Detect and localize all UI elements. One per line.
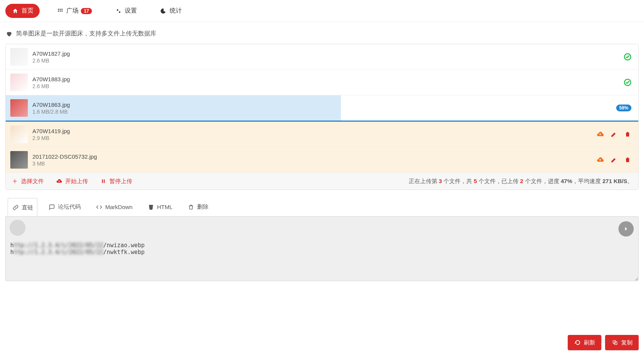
status-text: 个文件，进度: [523, 178, 560, 184]
edit-icon[interactable]: [610, 130, 618, 138]
plus-icon: [11, 177, 19, 185]
svg-rect-3: [58, 10, 59, 11]
tab-markdown-label: MarkDown: [105, 204, 133, 210]
file-thumbnail: [10, 48, 28, 66]
nav-home-label: 首页: [21, 7, 34, 15]
status-speed: 271 KB/S: [602, 178, 627, 184]
status-text: 。: [627, 178, 633, 184]
upload-panel: A70W1827.jpg 2.6 MB A70W1883.jpg 2.6 MB …: [5, 44, 639, 190]
file-info: A70W1883.jpg 2.6 MB: [32, 76, 624, 89]
trash-icon: [187, 203, 195, 211]
file-info: A70W1863.jpg 1.6 MB/2.8 MB: [32, 101, 616, 115]
upload-status: 正在上传第 3 个文件，共 5 个文件，已上传 2 个文件，进度 47%，平均速…: [409, 178, 633, 185]
edit-icon[interactable]: [610, 156, 618, 164]
chart-pie-icon: [160, 7, 167, 15]
nav-home[interactable]: 首页: [5, 4, 40, 18]
svg-rect-11: [104, 179, 104, 183]
cloud-upload-icon[interactable]: [596, 156, 604, 164]
html5-icon: [147, 203, 155, 211]
file-name: A70W1863.jpg: [32, 101, 616, 108]
file-item: A70W1419.jpg 2.9 MB: [6, 122, 638, 147]
status-progress: 47%: [561, 178, 572, 184]
file-item: A70W1827.jpg 2.6 MB: [6, 44, 638, 70]
tagline-text: 简单图床是一款开源图床，支持多文件上传无数据库: [16, 30, 156, 38]
tab-forum[interactable]: 论坛代码: [44, 198, 85, 216]
nav-plaza[interactable]: 广场 17: [50, 4, 98, 18]
status-text: 个文件，共: [442, 178, 474, 184]
nav-settings-label: 设置: [125, 7, 137, 15]
file-size: 2.6 MB: [32, 58, 624, 64]
file-thumbnail: [10, 99, 28, 117]
file-thumbnail: [10, 151, 28, 169]
tab-delete[interactable]: 删除: [183, 198, 212, 216]
tab-direct[interactable]: 直链: [8, 198, 37, 217]
code-icon: [95, 203, 103, 211]
file-size: 2.6 MB: [32, 83, 624, 89]
home-icon: [11, 7, 19, 15]
file-info: A70W1419.jpg 2.9 MB: [32, 128, 596, 141]
file-actions: [624, 79, 634, 86]
svg-rect-10: [102, 179, 103, 183]
file-info: A70W1827.jpg 2.6 MB: [32, 50, 624, 64]
file-item: 20171022-DSC05732.jpg 3 MB: [6, 147, 638, 173]
tagline: 简单图床是一款开源图床，支持多文件上传无数据库: [0, 22, 644, 44]
cloud-upload-icon: [55, 177, 63, 185]
svg-rect-5: [61, 10, 63, 11]
upload-footer: 选择文件 开始上传 暂停上传 正在上传第 3 个文件，共 5 个文件，已上传 2…: [6, 173, 638, 190]
status-text: 正在上传第: [409, 178, 439, 184]
file-name: A70W1419.jpg: [32, 128, 596, 134]
links-area: 直链 论坛代码 MarkDown HTML 删除 http://1.2.3.4/…: [5, 198, 639, 281]
pause-upload-button[interactable]: 暂停上传: [100, 177, 132, 185]
tab-markdown[interactable]: MarkDown: [92, 198, 137, 216]
cloud-upload-icon[interactable]: [596, 130, 604, 138]
pause-icon: [100, 177, 107, 185]
select-files-label: 选择文件: [21, 178, 44, 185]
file-actions: [624, 53, 634, 61]
trash-icon[interactable]: [624, 156, 631, 164]
svg-rect-4: [60, 10, 61, 11]
grid-icon: [56, 7, 64, 15]
nav-plaza-badge: 17: [81, 8, 92, 14]
status-text: 个文件，已上传: [477, 178, 520, 184]
status-text: ，平均速度: [572, 178, 602, 184]
file-name: A70W1883.jpg: [32, 76, 624, 82]
scroll-right-button[interactable]: [618, 221, 634, 237]
file-actions: 58%: [616, 105, 634, 111]
gears-icon: [115, 7, 122, 15]
check-circle-icon: [624, 79, 631, 86]
trash-icon[interactable]: [624, 130, 631, 138]
tab-delete-label: 删除: [197, 203, 209, 211]
tab-html[interactable]: HTML: [143, 198, 177, 216]
links-textarea[interactable]: http://1.2.3.4/i/2022/05/22/nwizao.webph…: [5, 216, 639, 281]
file-item: A70W1863.jpg 1.6 MB/2.8 MB 58%: [6, 95, 638, 122]
status-total: 5: [474, 178, 477, 184]
file-actions: [596, 156, 634, 164]
svg-point-6: [117, 9, 119, 11]
file-item: A70W1883.jpg 2.6 MB: [6, 70, 638, 95]
svg-point-7: [119, 11, 120, 13]
nav-settings[interactable]: 设置: [109, 4, 143, 18]
start-upload-button[interactable]: 开始上传: [55, 177, 88, 185]
link-icon: [12, 204, 19, 211]
select-files-button[interactable]: 选择文件: [11, 177, 44, 185]
file-size: 3 MB: [32, 161, 596, 167]
check-circle-icon: [624, 53, 631, 61]
file-info: 20171022-DSC05732.jpg 3 MB: [32, 153, 596, 167]
svg-rect-2: [61, 9, 63, 10]
progress-badge: 58%: [616, 105, 631, 111]
tab-direct-label: 直链: [22, 204, 33, 211]
overlay-blob: [10, 220, 26, 236]
tab-html-label: HTML: [157, 204, 173, 210]
file-name: 20171022-DSC05732.jpg: [32, 153, 596, 160]
top-nav: 首页 广场 17 设置 统计: [0, 0, 644, 22]
file-size: 1.6 MB/2.8 MB: [32, 109, 616, 115]
file-thumbnail: [10, 126, 28, 143]
nav-plaza-label: 广场: [66, 7, 79, 15]
file-name: A70W1827.jpg: [32, 50, 624, 57]
start-upload-label: 开始上传: [65, 178, 88, 185]
status-current: 3: [439, 178, 442, 184]
svg-rect-1: [60, 9, 61, 10]
nav-stats[interactable]: 统计: [154, 4, 188, 18]
comment-icon: [48, 203, 56, 211]
pause-upload-label: 暂停上传: [109, 178, 132, 185]
